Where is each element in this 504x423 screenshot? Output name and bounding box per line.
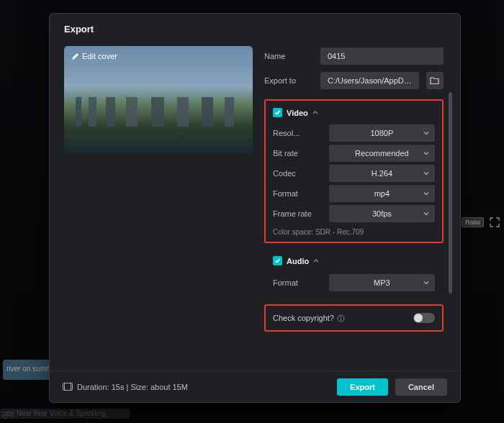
audio-checkbox[interactable]: [273, 256, 282, 265]
audio-settings: Audio Format MP3: [264, 256, 444, 293]
audio-format-value: MP3: [374, 278, 390, 287]
export-to-label: Export to: [264, 76, 313, 85]
resolution-select[interactable]: 1080P: [329, 124, 435, 142]
colorspace-note: Color space: SDR - Rec.709: [273, 228, 435, 236]
chevron-down-icon: [423, 132, 429, 135]
audio-format-select[interactable]: MP3: [329, 274, 435, 291]
clip-label: ppy New Year Voice & Sparkling Sound: [0, 409, 130, 419]
resolution-value: 1080P: [370, 129, 393, 137]
codec-label: Codec: [273, 169, 322, 178]
chevron-down-icon: [423, 152, 429, 155]
left-column: Edit cover: [64, 46, 253, 370]
right-column: Name 0415 Export to C:/Users/Jason/AppD…: [264, 46, 449, 370]
cancel-button[interactable]: Cancel: [395, 378, 447, 396]
dialog-footer: Duration: 15s | Size: about 15M Export C…: [50, 370, 460, 402]
svg-rect-4: [65, 383, 71, 391]
browse-folder-button[interactable]: [426, 72, 444, 89]
edit-cover-label: Edit cover: [82, 52, 117, 60]
dialog-title: Export: [50, 14, 460, 42]
edit-cover-button[interactable]: Edit cover: [71, 52, 117, 60]
chevron-down-icon: [423, 192, 429, 196]
bitrate-value: Recommended: [355, 149, 409, 158]
bitrate-label: Bit rate: [273, 149, 322, 158]
codec-value: H.264: [372, 169, 392, 178]
video-section-title: Video: [287, 109, 308, 117]
format-row: Format mp4: [273, 183, 435, 204]
bitrate-row: Bit rate Recommended: [273, 143, 435, 163]
cover-preview: Edit cover: [64, 46, 253, 153]
format-value: mp4: [374, 189, 390, 198]
framerate-label: Frame rate: [273, 209, 322, 218]
scrollbar[interactable]: [449, 92, 452, 369]
format-label: Format: [273, 189, 322, 198]
footer-info: Duration: 15s | Size: about 15M: [63, 383, 188, 391]
timeline-clip: ppy New Year Voice & Sparkling Sound: [0, 409, 130, 419]
name-input[interactable]: 0415: [320, 47, 444, 65]
chevron-down-icon: [423, 281, 429, 285]
chevron-down-icon: [423, 212, 429, 216]
framerate-row: Frame rate 30fps: [273, 204, 435, 224]
resolution-label: Resol...: [273, 129, 322, 137]
toggle-knob: [414, 314, 423, 322]
framerate-select[interactable]: 30fps: [329, 205, 435, 222]
svg-rect-2: [341, 317, 341, 319]
folder-icon: [430, 77, 439, 85]
info-icon[interactable]: [337, 314, 345, 322]
video-checkbox[interactable]: [273, 108, 282, 117]
export-dialog: Export Edit cover Name 0415 Export to: [49, 13, 461, 403]
copyright-toggle[interactable]: [413, 313, 435, 323]
audio-format-label: Format: [273, 278, 322, 287]
copyright-highlight: Check copyright?: [264, 304, 444, 332]
chevron-down-icon: [423, 172, 429, 176]
name-label: Name: [264, 52, 313, 60]
export-to-row: Export to C:/Users/Jason/AppD…: [264, 70, 444, 91]
cover-image: [64, 97, 253, 127]
dialog-body: Edit cover Name 0415 Export to C:/Users/…: [50, 42, 460, 370]
copyright-label-group: Check copyright?: [273, 314, 345, 322]
codec-select[interactable]: H.264: [329, 165, 435, 182]
copyright-label: Check copyright?: [273, 314, 334, 322]
chevron-up-icon: [312, 111, 318, 114]
pencil-icon: [71, 53, 79, 60]
copyright-row: Check copyright?: [273, 307, 435, 329]
audio-section-header[interactable]: Audio: [273, 256, 435, 265]
export-button[interactable]: Export: [337, 378, 388, 396]
format-select[interactable]: mp4: [329, 185, 435, 202]
video-section-header[interactable]: Video: [273, 108, 435, 117]
audio-section-title: Audio: [287, 257, 309, 265]
scrollbar-thumb[interactable]: [449, 92, 452, 294]
video-settings-highlight: Video Resol... 1080P Bit rate Recomme: [264, 99, 444, 243]
framerate-value: 30fps: [372, 209, 392, 218]
resolution-row: Resol... 1080P: [273, 123, 435, 143]
chevron-up-icon: [313, 259, 319, 263]
footer-info-text: Duration: 15s | Size: about 15M: [77, 383, 188, 391]
fullscreen-icon[interactable]: [490, 217, 500, 227]
svg-point-1: [341, 316, 342, 317]
codec-row: Codec H.264: [273, 163, 435, 183]
name-row: Name 0415: [264, 46, 444, 66]
export-path-input[interactable]: C:/Users/Jason/AppD…: [320, 72, 419, 89]
film-icon: [63, 383, 73, 391]
bitrate-select[interactable]: Recommended: [329, 145, 435, 162]
ratio-chip[interactable]: Ratio: [462, 217, 484, 227]
audio-format-row: Format MP3: [273, 273, 435, 293]
